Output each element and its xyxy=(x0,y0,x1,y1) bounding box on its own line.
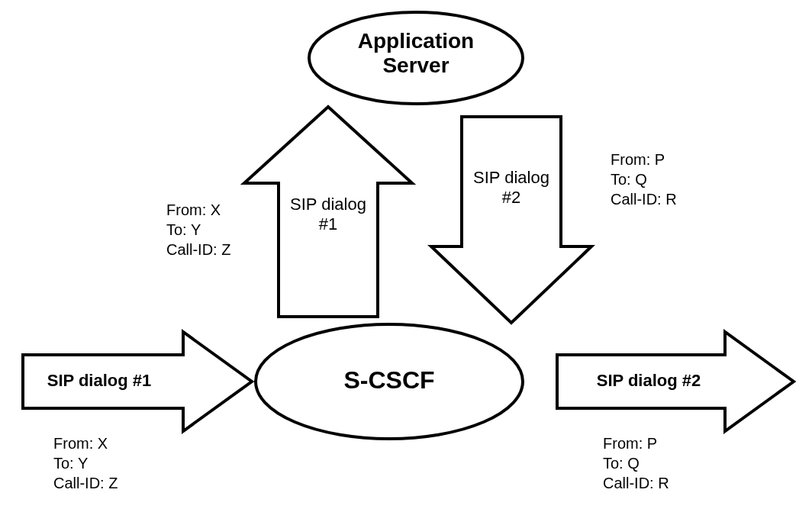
app-server-line2: Server xyxy=(305,53,527,78)
sip-dialog-2-down-headers: From: P To: Q Call-ID: R xyxy=(611,150,677,209)
sip2-out-to: To: Q xyxy=(603,453,669,473)
sip2-out-callid: Call-ID: R xyxy=(603,473,669,493)
sip1-up-to: To: Y xyxy=(166,220,230,240)
sip-dialog-1-up-headers: From: X To: Y Call-ID: Z xyxy=(166,200,230,259)
sip1-in-to: To: Y xyxy=(53,453,118,473)
sip2-down-l2: #2 xyxy=(454,188,569,208)
sip2-out-from: From: P xyxy=(603,433,669,453)
sip-dialog-1-in-label: SIP dialog #1 xyxy=(31,371,168,391)
sip1-up-l1: SIP dialog xyxy=(263,195,393,214)
sip2-down-from: From: P xyxy=(611,150,677,169)
sip-dialog-1-up-label: SIP dialog #1 xyxy=(263,195,393,235)
sip-dialog-2-out-label: SIP dialog #2 xyxy=(580,371,717,391)
sip2-down-to: To: Q xyxy=(611,169,677,189)
svg-marker-4 xyxy=(431,117,591,323)
sip-dialog-2-down-label: SIP dialog #2 xyxy=(454,168,569,208)
sip1-in-callid: Call-ID: Z xyxy=(53,473,118,493)
sip1-in-from: From: X xyxy=(53,433,118,453)
app-server-line1: Application xyxy=(305,29,527,53)
s-cscf-label: S-CSCF xyxy=(252,366,527,395)
sip2-down-callid: Call-ID: R xyxy=(611,189,677,209)
sip-dialog-2-down-arrow xyxy=(424,113,599,327)
sip-dialog-1-in-headers: From: X To: Y Call-ID: Z xyxy=(53,433,118,493)
sip1-up-from: From: X xyxy=(166,200,230,220)
sip-dialog-2-out-headers: From: P To: Q Call-ID: R xyxy=(603,433,669,493)
sip2-down-l1: SIP dialog xyxy=(454,168,569,188)
application-server-label: Application Server xyxy=(305,29,527,78)
sip1-up-callid: Call-ID: Z xyxy=(166,240,230,259)
sip1-up-l2: #1 xyxy=(263,214,393,234)
diagram-canvas: { "nodes": { "app_server": { "line1": "A… xyxy=(0,0,812,525)
